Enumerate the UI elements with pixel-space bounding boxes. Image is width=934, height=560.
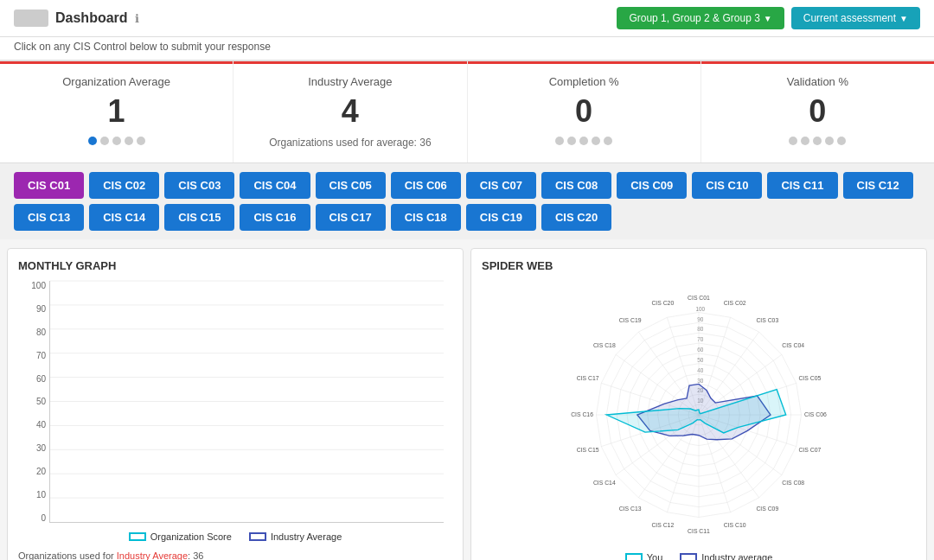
cis-control-button-2[interactable]: CIS C02 [89,172,159,199]
cis-control-button-17[interactable]: CIS C17 [316,204,386,231]
cis-control-button-3[interactable]: CIS C03 [164,172,234,199]
cis-control-button-5[interactable]: CIS C05 [316,172,386,199]
subtitle-bar: Click on any CIS Control below to submit… [0,37,934,60]
stats-row: Organization Average 1 Industry Average … [0,61,934,163]
spider-web-title: SPIDER WEB [482,259,916,272]
cdot-1 [555,137,564,145]
industry-avg-link[interactable]: Industry Average [117,550,188,560]
cis-control-button-12[interactable]: CIS C12 [843,172,913,199]
svg-text:CIS C17: CIS C17 [577,375,599,381]
legend-industry-label: Industry average [701,552,772,560]
vdot-2 [801,137,809,145]
dot-5 [137,137,145,145]
svg-text:CIS C15: CIS C15 [577,447,599,453]
cis-control-button-19[interactable]: CIS C19 [466,204,536,231]
svg-text:80: 80 [697,326,704,332]
monthly-footer: Organizations used for Industry Average:… [18,550,452,560]
legend-ind-color [249,532,266,541]
charts-section: MONTHLY GRAPH 100 90 80 70 60 50 40 30 2… [0,239,934,560]
stat-value-org: 1 [14,93,219,130]
dot-2 [100,137,109,145]
legend-org-label: Organization Score [150,531,232,542]
svg-text:40: 40 [697,367,704,373]
dot-1 [88,137,97,145]
monthly-legend: Organization Score Industry Average [18,531,452,542]
stat-label-validation: Validation % [715,75,920,88]
svg-text:CIS C08: CIS C08 [782,480,804,486]
current-assessment-button[interactable]: Current assessment ▼ [791,7,920,29]
cis-control-button-20[interactable]: CIS C20 [541,204,611,231]
cis-control-button-7[interactable]: CIS C07 [466,172,536,199]
legend-org-item: Organization Score [129,531,232,542]
svg-text:CIS C06: CIS C06 [804,411,827,417]
cis-control-button-6[interactable]: CIS C06 [391,172,461,199]
cis-control-button-1[interactable]: CIS C01 [14,172,84,199]
stat-card-completion: Completion % 0 [468,61,701,162]
vdot-3 [813,137,822,145]
dot-3 [112,137,121,145]
stat-dots-completion [482,137,687,145]
stat-label-org: Organization Average [14,75,219,88]
cis-control-button-18[interactable]: CIS C18 [391,204,461,231]
group-selector-button[interactable]: Group 1, Group 2 & Group 3 ▼ [617,7,784,29]
top-bar-left: Dashboard ℹ [14,10,139,27]
svg-text:CIS C20: CIS C20 [651,300,674,306]
cis-control-button-14[interactable]: CIS C14 [89,204,159,231]
stat-dots-org [14,137,219,145]
cis-controls-row: CIS C01CIS C02CIS C03CIS C04CIS C05CIS C… [0,163,934,239]
legend-you-item: You [625,552,663,560]
monthly-graph-title: MONTHLY GRAPH [18,259,452,272]
cis-control-button-8[interactable]: CIS C08 [541,172,611,199]
svg-text:50: 50 [697,357,704,363]
svg-text:30: 30 [697,378,704,384]
svg-text:60: 60 [697,347,704,353]
y-axis: 100 90 80 70 60 50 40 30 20 10 0 [20,281,46,523]
legend-industry-color [680,553,697,560]
logo [14,10,48,27]
svg-text:90: 90 [697,316,704,322]
stat-label-completion: Completion % [482,75,687,88]
svg-text:100: 100 [696,306,706,312]
cis-control-button-13[interactable]: CIS C13 [14,204,84,231]
legend-you-label: You [647,552,663,560]
monthly-chart-svg [49,281,444,523]
spider-legend: You Industry average [482,552,916,560]
cdot-5 [604,137,612,145]
cis-control-button-9[interactable]: CIS C09 [617,172,687,199]
chevron-down-icon: ▼ [764,14,772,23]
cis-control-button-15[interactable]: CIS C15 [164,204,234,231]
group-selector-label: Group 1, Group 2 & Group 3 [629,12,759,24]
legend-ind-item: Industry Average [249,531,342,542]
stat-value-ind: 4 [247,93,452,130]
page-title: Dashboard [55,10,128,26]
vdot-1 [789,137,797,145]
cdot-2 [567,137,576,145]
cis-control-button-11[interactable]: CIS C11 [767,172,837,199]
svg-text:CIS C03: CIS C03 [756,317,778,323]
dot-4 [125,137,133,145]
stat-label-ind: Industry Average [247,75,452,88]
cis-control-button-4[interactable]: CIS C04 [240,172,310,199]
info-icon: ℹ [135,12,139,25]
svg-text:CIS C14: CIS C14 [593,480,616,486]
cdot-3 [579,137,588,145]
svg-text:CIS C13: CIS C13 [619,506,642,512]
svg-text:CIS C02: CIS C02 [724,300,746,306]
vdot-5 [837,137,846,145]
legend-ind-label: Industry Average [271,531,342,542]
stat-card-ind: Industry Average 4 Organizations used fo… [234,61,467,162]
stat-card-org: Organization Average 1 [0,61,234,162]
spider-web-svg: 102030405060708090100CIS C01CIS C02CIS C… [482,281,916,549]
cis-control-button-10[interactable]: CIS C10 [692,172,762,199]
current-assessment-label: Current assessment [803,12,896,24]
svg-text:CIS C10: CIS C10 [724,522,746,528]
legend-org-color [129,532,146,541]
stat-card-validation: Validation % 0 [701,61,934,162]
stat-dots-validation [715,137,920,145]
svg-text:CIS C19: CIS C19 [619,317,642,323]
stat-value-completion: 0 [482,93,687,130]
stat-sub-ind: Organizations used for average: 36 [247,137,452,149]
svg-text:CIS C04: CIS C04 [782,342,804,348]
cis-control-button-16[interactable]: CIS C16 [240,204,310,231]
svg-text:CIS C01: CIS C01 [688,295,710,301]
